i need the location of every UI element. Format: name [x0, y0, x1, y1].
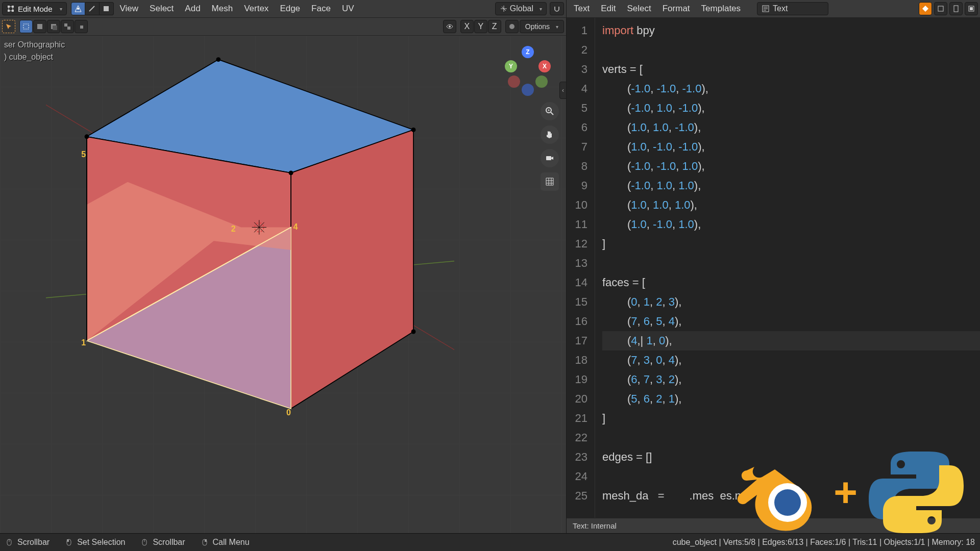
- svg-rect-36: [954, 6, 958, 12]
- blender-logo-icon: [726, 452, 823, 533]
- menu-face[interactable]: Face: [306, 0, 336, 18]
- code-editor[interactable]: 1234567891011121314151617181920212223242…: [567, 18, 980, 518]
- gizmo-neg-x[interactable]: [508, 76, 520, 88]
- camera-icon[interactable]: [541, 149, 559, 167]
- code-content[interactable]: import bpy verts = [ (-1.0, -1.0, -1.0),…: [595, 18, 980, 518]
- select-extend[interactable]: [33, 20, 46, 33]
- svg-rect-33: [546, 156, 551, 160]
- status-set-selection: Set Selection: [65, 538, 125, 547]
- gizmo-neg-z[interactable]: [522, 84, 534, 96]
- mouse-icon: [201, 538, 209, 546]
- svg-point-20: [411, 128, 416, 132]
- svg-rect-35: [938, 6, 943, 11]
- sidebar-collapse[interactable]: ‹: [559, 82, 567, 99]
- orientation-selector[interactable]: Global ▾: [495, 2, 547, 15]
- line-gutter: 1234567891011121314151617181920212223242…: [567, 18, 595, 518]
- text-header-icon-3[interactable]: [965, 2, 978, 15]
- svg-point-21: [289, 170, 293, 175]
- menu-edge[interactable]: Edge: [275, 0, 305, 18]
- text-menu-edit[interactable]: Edit: [596, 0, 621, 18]
- menu-uv[interactable]: UV: [337, 0, 359, 18]
- options-dropdown[interactable]: Options ▾: [520, 20, 564, 33]
- axis-x-toggle[interactable]: X: [460, 20, 474, 33]
- select-invert[interactable]: [61, 20, 74, 33]
- status-scrollbar: Scrollbar: [5, 538, 50, 547]
- vertex-label-1: 1: [81, 338, 86, 347]
- shading-toggle[interactable]: [505, 20, 519, 33]
- svg-rect-5: [64, 23, 67, 27]
- gizmo-neg-y[interactable]: [535, 76, 548, 88]
- gizmo-x-axis[interactable]: X: [538, 60, 551, 72]
- menu-add[interactable]: Add: [180, 0, 205, 18]
- viewport-3d[interactable]: ser Orthographic ) cube_object: [0, 36, 566, 533]
- gizmo-y-axis[interactable]: Y: [505, 60, 517, 72]
- svg-rect-46: [205, 539, 207, 542]
- mouse-icon: [65, 538, 73, 546]
- menu-select[interactable]: Select: [144, 0, 179, 18]
- logo-overlay: +: [726, 449, 965, 536]
- mesh-display-toggle[interactable]: [443, 20, 456, 33]
- select-box-tool[interactable]: [19, 20, 33, 33]
- menu-vertex[interactable]: Vertex: [239, 0, 274, 18]
- chevron-down-icon: ▾: [60, 6, 62, 12]
- svg-point-23: [411, 330, 416, 334]
- mode-selector[interactable]: Edit Mode ▾: [2, 2, 67, 15]
- face-select-mode[interactable]: [100, 2, 114, 15]
- edit-mode-icon: [7, 5, 15, 13]
- svg-rect-7: [80, 26, 83, 29]
- text-menu-templates[interactable]: Templates: [696, 0, 746, 18]
- snap-button[interactable]: [550, 2, 564, 15]
- text-header-icon-2[interactable]: [949, 2, 963, 15]
- vertex-label-4: 4: [293, 222, 298, 231]
- svg-rect-6: [67, 27, 70, 30]
- svg-point-19: [216, 57, 220, 62]
- mouse-icon: [5, 538, 13, 546]
- run-script-button[interactable]: [919, 2, 932, 15]
- edge-select-mode[interactable]: [85, 2, 100, 15]
- svg-rect-4: [53, 26, 57, 30]
- status-bar: Scrollbar Set Selection Scrollbar Call M…: [0, 533, 980, 551]
- orientation-label: Global: [510, 4, 533, 13]
- svg-point-22: [85, 134, 89, 139]
- gizmo-z-axis[interactable]: Z: [522, 46, 534, 58]
- status-scrollbar2: Scrollbar: [140, 538, 185, 547]
- menu-view[interactable]: View: [115, 0, 144, 18]
- text-datablock-icon: [762, 5, 770, 13]
- viewport-panel: Edit Mode ▾ View Select Add Mesh Vertex …: [0, 0, 567, 533]
- text-menu-select[interactable]: Select: [622, 0, 656, 18]
- svg-point-9: [509, 24, 514, 29]
- svg-point-8: [449, 26, 451, 28]
- axis-z-toggle[interactable]: Z: [488, 20, 501, 33]
- pan-icon[interactable]: [541, 126, 559, 144]
- viewport-header: Edit Mode ▾ View Select Add Mesh Vertex …: [0, 0, 566, 18]
- text-header-icon-1[interactable]: [934, 2, 947, 15]
- cube-mesh[interactable]: 5 2 4 1 0: [46, 46, 454, 454]
- vertex-select-mode[interactable]: [71, 2, 85, 15]
- zoom-icon[interactable]: [541, 102, 559, 120]
- plus-icon: +: [834, 469, 857, 516]
- navigation-gizmo[interactable]: Z Y X: [505, 46, 551, 92]
- mouse-icon: [140, 538, 149, 546]
- svg-line-30: [551, 112, 553, 115]
- cursor-tool[interactable]: [2, 20, 15, 33]
- text-menu-text[interactable]: Text: [569, 0, 595, 18]
- chevron-down-icon: ▾: [540, 6, 542, 12]
- vertex-label-5: 5: [81, 150, 86, 159]
- python-logo-icon: [868, 449, 965, 536]
- select-intersect[interactable]: [75, 20, 88, 33]
- perspective-toggle-icon[interactable]: [541, 172, 559, 191]
- text-menu-format[interactable]: Format: [657, 0, 695, 18]
- status-call-menu: Call Menu: [201, 538, 250, 547]
- vertex-label-2: 2: [231, 224, 236, 233]
- svg-point-48: [774, 489, 801, 516]
- text-name-field[interactable]: Text: [757, 2, 828, 15]
- orientation-icon: [500, 5, 508, 13]
- select-subtract[interactable]: [47, 20, 60, 33]
- mode-label: Edit Mode: [18, 5, 53, 13]
- axis-y-toggle[interactable]: Y: [474, 20, 487, 33]
- svg-rect-2: [37, 24, 42, 29]
- menu-mesh[interactable]: Mesh: [207, 0, 238, 18]
- status-scene-stats: cube_object | Verts:5/8 | Edges:6/13 | F…: [673, 538, 975, 547]
- svg-point-0: [77, 8, 79, 10]
- chevron-down-icon: ▾: [556, 24, 558, 30]
